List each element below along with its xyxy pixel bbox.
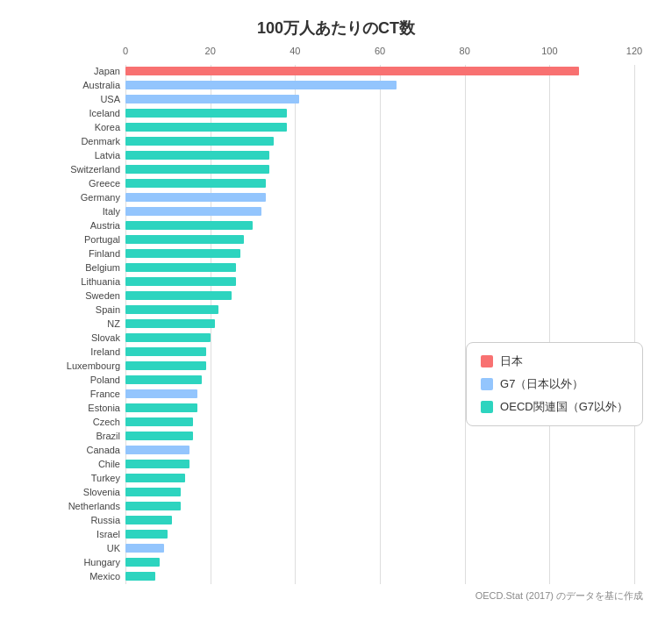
bar [125,474,185,482]
bar-row: NZ [20,318,652,330]
bar-row: Portugal [20,233,652,246]
bar-label: Mexico [20,571,125,581]
bar-label: Israel [20,529,125,539]
bar-label: Czech [20,417,125,427]
bar-row: Chile [20,458,652,470]
bar [125,403,197,412]
bar-label: Austria [20,220,125,231]
bar-row: USA [20,93,652,105]
legend-color-box [481,378,493,390]
bar-label: Australia [20,80,125,90]
bar-row: Latvia [20,149,652,161]
x-axis-labels: 020406080100120 [125,46,652,63]
bar [125,277,236,286]
bar-row: Slovenia [20,486,652,498]
bar [125,488,181,496]
bar [125,235,244,244]
bar-label: Chile [20,459,125,469]
bar-row: Mexico [20,570,652,582]
bar-row: Turkey [20,472,652,484]
bar-row: Switzerland [20,163,652,175]
legend: 日本G7（日本以外）OECD関連国（G7以外） [466,342,643,426]
x-axis-label: 40 [290,46,300,56]
bar [125,347,206,356]
bar-label: Lithuania [20,276,125,287]
legend-item: 日本 [481,353,628,369]
bar-label: Estonia [20,403,125,413]
legend-item: G7（日本以外） [481,376,628,392]
bar [125,389,197,398]
bar-label: UK [20,543,125,553]
bar [125,151,269,160]
bar-label: Hungary [20,557,125,567]
bar-label: Iceland [20,108,125,118]
bar [125,502,181,510]
bar [125,319,215,328]
bar [125,249,240,258]
bar-row: Japan [20,65,652,77]
bar [125,179,266,188]
bar [125,544,164,553]
bar [125,516,172,524]
legend-label: 日本 [500,353,523,369]
chart-area: 020406080100120 JapanAustraliaUSAIceland… [20,46,652,584]
legend-item: OECD関連国（G7以外） [481,399,628,415]
bar-row: Sweden [20,289,652,302]
bar [125,417,193,426]
bar [125,375,202,384]
bar-label: Canada [20,445,125,455]
bar-label: Finland [20,248,125,259]
bar-row: Korea [20,121,652,133]
bar-row: Canada [20,444,652,456]
bar-label: Switzerland [20,164,125,175]
bar-label: Greece [20,178,125,189]
bar-row: Germany [20,191,652,203]
bar-label: Poland [20,375,125,385]
bar-label: Luxembourg [20,360,125,371]
bar [125,67,579,75]
bar [125,558,160,567]
bar [125,123,287,132]
bar-row: Lithuania [20,275,652,288]
chart-title: 100万人あたりのCT数 [20,18,652,39]
bar-row: Belgium [20,261,652,274]
bar-row: Greece [20,177,652,189]
bar-label: Latvia [20,150,125,161]
bar-row: Iceland [20,107,652,119]
bar [125,95,299,103]
legend-label: G7（日本以外） [500,376,583,392]
bar-label: Japan [20,66,125,76]
bar-row: Russia [20,514,652,526]
bar-row: Hungary [20,556,652,568]
bar-label: Portugal [20,234,125,245]
bar-row: Finland [20,247,652,260]
bar-label: Korea [20,122,125,132]
bar-label: Sweden [20,290,125,301]
bar-label: Turkey [20,473,125,483]
bar-label: NZ [20,318,125,329]
bar [125,333,211,342]
legend-label: OECD関連国（G7以外） [500,399,628,415]
bar-label: Russia [20,515,125,525]
bar-row: UK [20,542,652,554]
bar-row: Spain [20,303,652,316]
bar [125,109,287,118]
x-axis-label: 80 [460,46,470,56]
bar-row: Denmark [20,135,652,147]
bar-label: Denmark [20,136,125,146]
bar-row: Netherlands [20,500,652,512]
bar [125,81,397,89]
bar-label: Brazil [20,431,125,441]
bar-label: Ireland [20,346,125,357]
bar-label: Italy [20,206,125,217]
x-axis-label: 120 [626,46,642,56]
bar-row: Austria [20,219,652,232]
bar-label: Belgium [20,262,125,273]
bar [125,193,266,202]
bar [125,305,218,314]
legend-color-box [481,401,493,413]
bar [125,291,232,300]
x-axis-label: 0 [123,46,128,56]
bar-label: Netherlands [20,501,125,511]
bar-row: Italy [20,205,652,218]
